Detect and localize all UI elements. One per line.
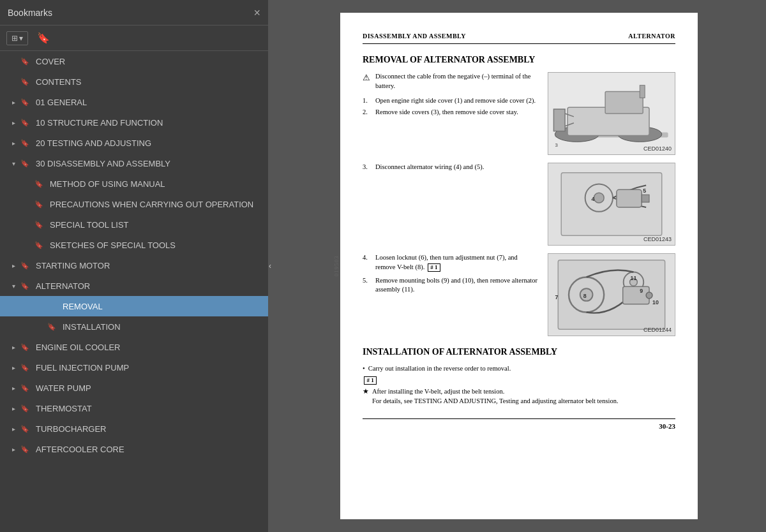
svg-text:11: 11 <box>631 276 637 282</box>
image-1-label: CED01240 <box>643 145 672 153</box>
expand-arrow-starting-motor: ▸ <box>9 262 18 269</box>
page-number: 30-23 <box>659 422 675 430</box>
expand-arrow-turbocharger: ▸ <box>9 425 18 432</box>
bookmark-label-precautions: PRECAUTIONS WHEN CARRYING OUT OPERATION <box>50 200 253 209</box>
document-content[interactable]: 019503 DISASSEMBLY AND ASSEMBLY ALTERNAT… <box>272 0 766 532</box>
step-1-text: Open engine right side cover (1) and rem… <box>375 96 536 106</box>
expand-arrow-engine-oil-cooler: ▸ <box>9 344 18 351</box>
bookmark-label-method-manual: METHOD OF USING MANUAL <box>50 179 165 189</box>
text-col-3: 4. Loosen locknut (6), then turn adjustm… <box>363 253 539 336</box>
bookmark-flag-icon-10-structure: 🔖 <box>20 119 31 127</box>
bookmark-item-cover[interactable]: 🔖COVER <box>0 51 268 71</box>
bookmark-item-method-manual[interactable]: 🔖METHOD OF USING MANUAL <box>0 174 268 194</box>
bookmark-flag-icon-special-tool: 🔖 <box>34 221 45 229</box>
bookmark-label-thermostat: THERMOSTAT <box>36 404 92 413</box>
bookmark-item-fuel-injection-pump[interactable]: ▸🔖FUEL INJECTION PUMP <box>0 357 268 378</box>
bookmark-label-starting-motor: STARTING MOTOR <box>36 261 110 270</box>
text-col-1: ⚠ Disconnect the cable from the negative… <box>363 72 539 155</box>
image-col-1: 3 CED01240 <box>548 72 675 155</box>
svg-text:8: 8 <box>583 293 587 299</box>
bookmark-item-precautions[interactable]: 🔖PRECAUTIONS WHEN CARRYING OUT OPERATION <box>0 194 268 214</box>
bookmark-item-sketches[interactable]: 🔖SKETCHES OF SPECIAL TOOLS <box>0 235 268 255</box>
bookmark-flag-icon-cover: 🔖 <box>20 57 31 66</box>
bookmark-item-20-testing[interactable]: ▸🔖20 TESTING AND ADJUSTING <box>0 133 268 153</box>
expand-arrow-01-general: ▸ <box>9 99 18 106</box>
step-5-text: Remove mounting bolts (9) and (10), then… <box>375 276 539 295</box>
bookmark-item-water-pump[interactable]: ▸🔖WATER PUMP <box>0 378 268 398</box>
steps-list-2: 4. Loosen locknut (6), then turn adjustm… <box>363 253 539 295</box>
bookmark-label-water-pump: WATER PUMP <box>36 383 91 393</box>
bookmark-flag-icon-thermostat: 🔖 <box>20 404 31 413</box>
bookmark-item-contents[interactable]: 🔖CONTENTS <box>0 71 268 92</box>
svg-rect-25 <box>623 286 649 304</box>
bookmark-item-turbocharger[interactable]: ▸🔖TURBOCHARGER <box>0 418 268 439</box>
document-page: 019503 DISASSEMBLY AND ASSEMBLY ALTERNAT… <box>340 13 698 519</box>
bookmark-item-starting-motor[interactable]: ▸🔖STARTING MOTOR <box>0 255 268 276</box>
bookmark-label-01-general: 01 GENERAL <box>36 98 87 107</box>
bookmark-flag-icon-fuel-injection-pump: 🔖 <box>20 364 31 372</box>
bookmark-item-engine-oil-cooler[interactable]: ▸🔖ENGINE OIL COOLER <box>0 337 268 357</box>
warning-box: ⚠ Disconnect the cable from the negative… <box>363 72 539 91</box>
svg-text:7: 7 <box>555 294 558 300</box>
step-5: 5. Remove mounting bolts (9) and (10), t… <box>363 276 539 295</box>
svg-rect-15 <box>617 190 642 208</box>
bookmark-flag-icon-contents: 🔖 <box>20 78 31 86</box>
bookmark-flag-icon-engine-oil-cooler: 🔖 <box>20 343 31 351</box>
expand-arrow-water-pump: ▸ <box>9 385 18 392</box>
content-row-2: 3. Disconnect alternator wiring (4) and … <box>363 163 675 246</box>
bookmarks-toolbar: ⊞ ▾ 🔖 <box>0 26 268 51</box>
step-2: 2. Remove side covers (3), then remove s… <box>363 108 539 117</box>
bookmark-icon-button[interactable]: 🔖 <box>33 31 54 45</box>
bookmark-flag-icon-aftercooler-core: 🔖 <box>20 445 31 454</box>
expand-arrow-20-testing: ▸ <box>9 140 18 147</box>
bookmark-label-cover: COVER <box>36 57 65 66</box>
ref-box-1: # 1 <box>428 263 440 272</box>
installation-section: INSTALLATION OF ALTERNATOR ASSEMBLY • Ca… <box>363 346 675 406</box>
install-bullet-1-text: Carry out installation in the reverse or… <box>368 364 511 374</box>
bookmark-item-thermostat[interactable]: ▸🔖THERMOSTAT <box>0 398 268 418</box>
warning-icon: ⚠ <box>363 72 373 84</box>
svg-text:9: 9 <box>640 288 643 294</box>
bookmarks-title: Bookmarks <box>8 8 52 18</box>
bookmark-label-fuel-injection-pump: FUEL INJECTION PUMP <box>36 363 129 373</box>
content-row-1: ⚠ Disconnect the cable from the negative… <box>363 72 675 155</box>
bookmark-icon: 🔖 <box>37 33 50 43</box>
page-footer: 30-23 <box>363 418 675 431</box>
star-icon: ★ <box>363 387 369 397</box>
svg-rect-6 <box>553 109 565 131</box>
bookmark-flag-icon-turbocharger: 🔖 <box>20 425 31 433</box>
svg-point-14 <box>594 193 604 203</box>
install-bullet-1: • Carry out installation in the reverse … <box>363 364 675 374</box>
page-header: DISASSEMBLY AND ASSEMBLY ALTERNATOR <box>363 32 675 44</box>
bookmark-item-10-structure[interactable]: ▸🔖10 STRUCTURE AND FUNCTION <box>0 112 268 133</box>
install-star-1: # 1 <box>363 376 675 385</box>
bookmark-flag-icon-method-manual: 🔖 <box>34 180 45 188</box>
bookmark-flag-icon-01-general: 🔖 <box>20 98 31 107</box>
bookmark-item-aftercooler-core[interactable]: ▸🔖AFTERCOOLER CORE <box>0 439 268 459</box>
bookmark-item-special-tool[interactable]: 🔖SPECIAL TOOL LIST <box>0 214 268 235</box>
close-button[interactable]: × <box>253 7 260 18</box>
page-header-left: DISASSEMBLY AND ASSEMBLY <box>363 32 466 41</box>
ref-box-2: # 1 <box>364 376 377 385</box>
text-col-2: 3. Disconnect alternator wiring (4) and … <box>363 163 539 246</box>
bookmark-item-removal[interactable]: REMOVAL <box>0 296 268 316</box>
bookmark-item-01-general[interactable]: ▸🔖01 GENERAL <box>0 92 268 112</box>
bookmark-label-removal: REMOVAL <box>63 302 103 311</box>
svg-point-26 <box>646 292 652 299</box>
bookmark-label-10-structure: 10 STRUCTURE AND FUNCTION <box>36 118 163 128</box>
step-1: 1. Open engine right side cover (1) and … <box>363 96 539 106</box>
bookmark-label-alternator: ALTERNATOR <box>36 281 90 291</box>
expand-all-button[interactable]: ⊞ ▾ <box>6 31 28 45</box>
step-2-text: Remove side covers (3), then remove side… <box>375 108 518 117</box>
step-4-text: Loosen locknut (6), then turn adjustment… <box>375 253 539 272</box>
bookmark-item-alternator[interactable]: ▾🔖ALTERNATOR <box>0 276 268 296</box>
svg-text:3: 3 <box>555 142 558 148</box>
bookmark-item-installation[interactable]: 🔖INSTALLATION <box>0 316 268 337</box>
svg-text:4: 4 <box>591 196 594 202</box>
bookmark-item-30-disassembly[interactable]: ▾🔖30 DISASSEMBLY AND ASSEMBLY <box>0 153 268 174</box>
expand-arrow-alternator: ▾ <box>9 283 18 290</box>
page-header-right: ALTERNATOR <box>628 32 675 41</box>
page-side-label: 019503 <box>333 256 341 277</box>
bookmark-flag-icon-alternator: 🔖 <box>20 282 31 290</box>
svg-text:10: 10 <box>652 299 659 306</box>
